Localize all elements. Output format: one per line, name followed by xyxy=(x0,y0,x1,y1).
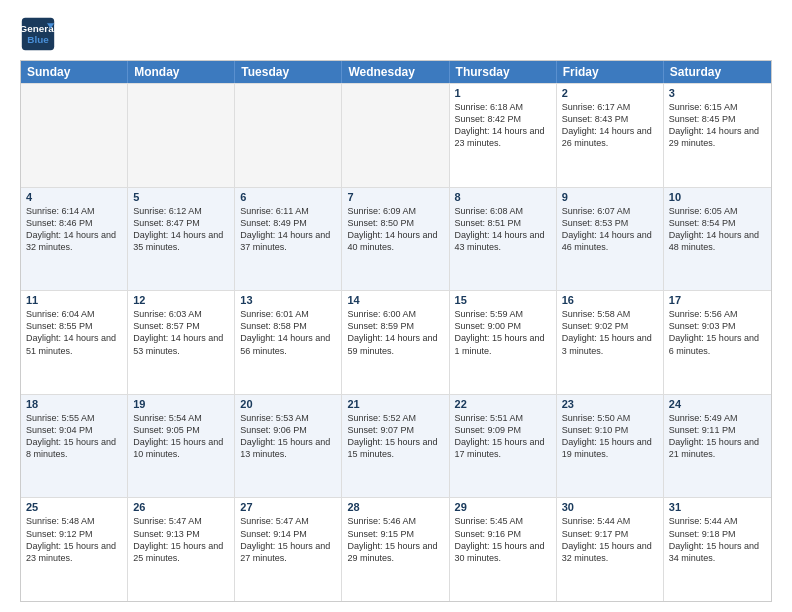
weekday-header: Wednesday xyxy=(342,61,449,83)
cell-info: Sunrise: 5:45 AM Sunset: 9:16 PM Dayligh… xyxy=(455,515,551,564)
calendar-cell: 24Sunrise: 5:49 AM Sunset: 9:11 PM Dayli… xyxy=(664,395,771,498)
cell-info: Sunrise: 6:18 AM Sunset: 8:42 PM Dayligh… xyxy=(455,101,551,150)
cell-info: Sunrise: 6:07 AM Sunset: 8:53 PM Dayligh… xyxy=(562,205,658,254)
weekday-header: Monday xyxy=(128,61,235,83)
day-number: 1 xyxy=(455,87,551,99)
calendar-cell: 2Sunrise: 6:17 AM Sunset: 8:43 PM Daylig… xyxy=(557,84,664,187)
calendar-cell xyxy=(342,84,449,187)
weekday-header: Thursday xyxy=(450,61,557,83)
calendar-row: 1Sunrise: 6:18 AM Sunset: 8:42 PM Daylig… xyxy=(21,83,771,187)
calendar-cell: 3Sunrise: 6:15 AM Sunset: 8:45 PM Daylig… xyxy=(664,84,771,187)
weekday-header: Friday xyxy=(557,61,664,83)
cell-info: Sunrise: 6:08 AM Sunset: 8:51 PM Dayligh… xyxy=(455,205,551,254)
day-number: 20 xyxy=(240,398,336,410)
calendar-cell: 1Sunrise: 6:18 AM Sunset: 8:42 PM Daylig… xyxy=(450,84,557,187)
day-number: 10 xyxy=(669,191,766,203)
cell-info: Sunrise: 5:52 AM Sunset: 9:07 PM Dayligh… xyxy=(347,412,443,461)
calendar-cell: 22Sunrise: 5:51 AM Sunset: 9:09 PM Dayli… xyxy=(450,395,557,498)
day-number: 26 xyxy=(133,501,229,513)
cell-info: Sunrise: 5:47 AM Sunset: 9:13 PM Dayligh… xyxy=(133,515,229,564)
cell-info: Sunrise: 6:17 AM Sunset: 8:43 PM Dayligh… xyxy=(562,101,658,150)
day-number: 16 xyxy=(562,294,658,306)
calendar-cell: 6Sunrise: 6:11 AM Sunset: 8:49 PM Daylig… xyxy=(235,188,342,291)
calendar-cell: 25Sunrise: 5:48 AM Sunset: 9:12 PM Dayli… xyxy=(21,498,128,601)
calendar-cell: 16Sunrise: 5:58 AM Sunset: 9:02 PM Dayli… xyxy=(557,291,664,394)
page: General Blue SundayMondayTuesdayWednesda… xyxy=(0,0,792,612)
weekday-header: Sunday xyxy=(21,61,128,83)
calendar-cell: 29Sunrise: 5:45 AM Sunset: 9:16 PM Dayli… xyxy=(450,498,557,601)
calendar-cell: 15Sunrise: 5:59 AM Sunset: 9:00 PM Dayli… xyxy=(450,291,557,394)
day-number: 21 xyxy=(347,398,443,410)
calendar-body: 1Sunrise: 6:18 AM Sunset: 8:42 PM Daylig… xyxy=(21,83,771,601)
cell-info: Sunrise: 5:56 AM Sunset: 9:03 PM Dayligh… xyxy=(669,308,766,357)
cell-info: Sunrise: 5:44 AM Sunset: 9:18 PM Dayligh… xyxy=(669,515,766,564)
day-number: 4 xyxy=(26,191,122,203)
calendar-row: 11Sunrise: 6:04 AM Sunset: 8:55 PM Dayli… xyxy=(21,290,771,394)
cell-info: Sunrise: 5:44 AM Sunset: 9:17 PM Dayligh… xyxy=(562,515,658,564)
cell-info: Sunrise: 5:49 AM Sunset: 9:11 PM Dayligh… xyxy=(669,412,766,461)
calendar-cell: 4Sunrise: 6:14 AM Sunset: 8:46 PM Daylig… xyxy=(21,188,128,291)
day-number: 24 xyxy=(669,398,766,410)
calendar-cell: 17Sunrise: 5:56 AM Sunset: 9:03 PM Dayli… xyxy=(664,291,771,394)
day-number: 11 xyxy=(26,294,122,306)
day-number: 19 xyxy=(133,398,229,410)
calendar-cell: 19Sunrise: 5:54 AM Sunset: 9:05 PM Dayli… xyxy=(128,395,235,498)
cell-info: Sunrise: 6:05 AM Sunset: 8:54 PM Dayligh… xyxy=(669,205,766,254)
logo: General Blue xyxy=(20,16,56,52)
calendar-cell: 20Sunrise: 5:53 AM Sunset: 9:06 PM Dayli… xyxy=(235,395,342,498)
cell-info: Sunrise: 6:14 AM Sunset: 8:46 PM Dayligh… xyxy=(26,205,122,254)
day-number: 14 xyxy=(347,294,443,306)
calendar-row: 25Sunrise: 5:48 AM Sunset: 9:12 PM Dayli… xyxy=(21,497,771,601)
calendar-cell xyxy=(128,84,235,187)
day-number: 13 xyxy=(240,294,336,306)
cell-info: Sunrise: 6:09 AM Sunset: 8:50 PM Dayligh… xyxy=(347,205,443,254)
svg-text:Blue: Blue xyxy=(27,34,49,45)
cell-info: Sunrise: 6:01 AM Sunset: 8:58 PM Dayligh… xyxy=(240,308,336,357)
cell-info: Sunrise: 5:50 AM Sunset: 9:10 PM Dayligh… xyxy=(562,412,658,461)
calendar: SundayMondayTuesdayWednesdayThursdayFrid… xyxy=(20,60,772,602)
cell-info: Sunrise: 5:59 AM Sunset: 9:00 PM Dayligh… xyxy=(455,308,551,357)
cell-info: Sunrise: 5:55 AM Sunset: 9:04 PM Dayligh… xyxy=(26,412,122,461)
calendar-header: SundayMondayTuesdayWednesdayThursdayFrid… xyxy=(21,61,771,83)
day-number: 8 xyxy=(455,191,551,203)
cell-info: Sunrise: 5:51 AM Sunset: 9:09 PM Dayligh… xyxy=(455,412,551,461)
calendar-cell: 27Sunrise: 5:47 AM Sunset: 9:14 PM Dayli… xyxy=(235,498,342,601)
cell-info: Sunrise: 5:47 AM Sunset: 9:14 PM Dayligh… xyxy=(240,515,336,564)
calendar-cell xyxy=(21,84,128,187)
calendar-cell: 31Sunrise: 5:44 AM Sunset: 9:18 PM Dayli… xyxy=(664,498,771,601)
day-number: 29 xyxy=(455,501,551,513)
calendar-cell: 26Sunrise: 5:47 AM Sunset: 9:13 PM Dayli… xyxy=(128,498,235,601)
day-number: 28 xyxy=(347,501,443,513)
calendar-cell: 13Sunrise: 6:01 AM Sunset: 8:58 PM Dayli… xyxy=(235,291,342,394)
day-number: 12 xyxy=(133,294,229,306)
day-number: 3 xyxy=(669,87,766,99)
day-number: 23 xyxy=(562,398,658,410)
calendar-cell: 11Sunrise: 6:04 AM Sunset: 8:55 PM Dayli… xyxy=(21,291,128,394)
cell-info: Sunrise: 5:46 AM Sunset: 9:15 PM Dayligh… xyxy=(347,515,443,564)
calendar-cell: 5Sunrise: 6:12 AM Sunset: 8:47 PM Daylig… xyxy=(128,188,235,291)
cell-info: Sunrise: 5:48 AM Sunset: 9:12 PM Dayligh… xyxy=(26,515,122,564)
day-number: 31 xyxy=(669,501,766,513)
day-number: 27 xyxy=(240,501,336,513)
logo-icon: General Blue xyxy=(20,16,56,52)
weekday-header: Saturday xyxy=(664,61,771,83)
day-number: 7 xyxy=(347,191,443,203)
day-number: 15 xyxy=(455,294,551,306)
weekday-header: Tuesday xyxy=(235,61,342,83)
day-number: 30 xyxy=(562,501,658,513)
calendar-row: 18Sunrise: 5:55 AM Sunset: 9:04 PM Dayli… xyxy=(21,394,771,498)
day-number: 18 xyxy=(26,398,122,410)
day-number: 2 xyxy=(562,87,658,99)
calendar-cell: 28Sunrise: 5:46 AM Sunset: 9:15 PM Dayli… xyxy=(342,498,449,601)
calendar-cell: 30Sunrise: 5:44 AM Sunset: 9:17 PM Dayli… xyxy=(557,498,664,601)
cell-info: Sunrise: 6:03 AM Sunset: 8:57 PM Dayligh… xyxy=(133,308,229,357)
calendar-cell: 23Sunrise: 5:50 AM Sunset: 9:10 PM Dayli… xyxy=(557,395,664,498)
cell-info: Sunrise: 6:12 AM Sunset: 8:47 PM Dayligh… xyxy=(133,205,229,254)
calendar-cell: 7Sunrise: 6:09 AM Sunset: 8:50 PM Daylig… xyxy=(342,188,449,291)
cell-info: Sunrise: 6:15 AM Sunset: 8:45 PM Dayligh… xyxy=(669,101,766,150)
day-number: 25 xyxy=(26,501,122,513)
calendar-cell: 14Sunrise: 6:00 AM Sunset: 8:59 PM Dayli… xyxy=(342,291,449,394)
header: General Blue xyxy=(20,16,772,52)
calendar-cell: 9Sunrise: 6:07 AM Sunset: 8:53 PM Daylig… xyxy=(557,188,664,291)
cell-info: Sunrise: 5:53 AM Sunset: 9:06 PM Dayligh… xyxy=(240,412,336,461)
